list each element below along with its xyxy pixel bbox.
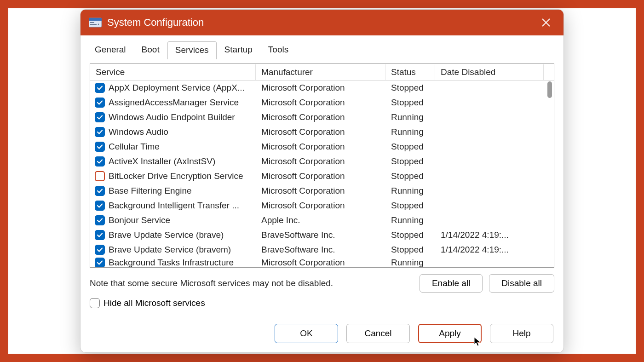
service-name: Windows Audio Endpoint Builder [109, 112, 235, 122]
dialog-footer: OK Cancel Apply Help [80, 316, 564, 352]
disable-all-button[interactable]: Disable all [489, 274, 554, 293]
service-checkbox[interactable] [95, 258, 105, 267]
col-manufacturer[interactable]: Manufacturer [256, 64, 385, 80]
service-status: Running [385, 112, 435, 122]
table-row[interactable]: Cellular TimeMicrosoft CorporationStoppe… [90, 139, 554, 154]
hide-microsoft-checkbox[interactable] [90, 298, 100, 308]
service-date-disabled: 1/14/2022 4:19:... [435, 230, 544, 240]
service-checkbox[interactable] [95, 171, 105, 181]
table-row[interactable]: Windows AudioMicrosoft CorporationRunnin… [90, 125, 554, 139]
table-row[interactable]: Bonjour ServiceApple Inc.Running [90, 213, 554, 228]
tab-startup[interactable]: Startup [217, 41, 260, 59]
service-status: Stopped [385, 201, 435, 211]
service-status: Running [385, 127, 435, 137]
svg-point-4 [98, 24, 99, 25]
service-status: Stopped [385, 98, 435, 108]
service-name: AppX Deployment Service (AppX... [109, 83, 245, 93]
service-checkbox[interactable] [95, 127, 105, 137]
close-icon [541, 18, 551, 27]
window-title: System Configuration [107, 17, 537, 29]
service-checkbox[interactable] [95, 215, 105, 225]
service-checkbox[interactable] [95, 201, 105, 211]
service-manufacturer: Microsoft Corporation [256, 156, 385, 167]
service-name: ActiveX Installer (AxInstSV) [109, 156, 215, 167]
service-status: Running [385, 215, 435, 225]
service-manufacturer: BraveSoftware Inc. [256, 230, 385, 240]
apply-button[interactable]: Apply [418, 324, 482, 343]
service-name: Background Intelligent Transfer ... [109, 201, 239, 211]
service-manufacturer: Microsoft Corporation [256, 98, 385, 108]
service-name: Base Filtering Engine [109, 186, 192, 196]
service-manufacturer: Microsoft Corporation [256, 142, 385, 152]
ok-button[interactable]: OK [275, 324, 338, 343]
service-status: Stopped [385, 142, 435, 152]
service-checkbox[interactable] [95, 83, 105, 93]
table-row[interactable]: Windows Audio Endpoint BuilderMicrosoft … [90, 110, 554, 125]
service-name: Cellular Time [109, 142, 160, 152]
service-manufacturer: Microsoft Corporation [256, 201, 385, 211]
table-row[interactable]: Brave Update Service (bravem)BraveSoftwa… [90, 242, 554, 257]
service-checkbox[interactable] [95, 142, 105, 152]
scrollbar[interactable] [546, 81, 553, 265]
note-text: Note that some secure Microsoft services… [90, 278, 333, 288]
service-checkbox[interactable] [95, 112, 105, 122]
help-button[interactable]: Help [490, 324, 553, 343]
service-status: Running [385, 186, 435, 196]
service-checkbox[interactable] [95, 186, 105, 196]
service-date-disabled: 1/14/2022 4:19:... [435, 245, 544, 255]
titlebar: System Configuration [80, 10, 564, 35]
msconfig-icon [89, 17, 102, 28]
service-status: Stopped [385, 230, 435, 240]
close-button[interactable] [537, 13, 555, 32]
service-status: Stopped [385, 156, 435, 167]
service-manufacturer: Microsoft Corporation [256, 171, 385, 181]
col-date-disabled[interactable]: Date Disabled [435, 64, 544, 80]
service-checkbox[interactable] [95, 98, 105, 108]
service-manufacturer: Microsoft Corporation [256, 83, 385, 93]
service-manufacturer: Microsoft Corporation [256, 258, 385, 267]
col-status[interactable]: Status [385, 64, 435, 80]
table-row[interactable]: Background Intelligent Transfer ...Micro… [90, 198, 554, 213]
table-row[interactable]: Brave Update Service (brave)BraveSoftwar… [90, 228, 554, 242]
table-row[interactable]: AssignedAccessManager ServiceMicrosoft C… [90, 95, 554, 110]
hide-microsoft-label: Hide all Microsoft services [104, 298, 205, 308]
service-status: Stopped [385, 171, 435, 181]
service-manufacturer: BraveSoftware Inc. [256, 245, 385, 255]
col-service[interactable]: Service [90, 64, 256, 80]
tab-bar: GeneralBootServicesStartupTools [80, 35, 564, 59]
service-checkbox[interactable] [95, 230, 105, 240]
service-name: Windows Audio [109, 127, 168, 137]
tab-general[interactable]: General [87, 41, 134, 59]
cancel-button[interactable]: Cancel [346, 324, 410, 343]
svg-rect-1 [89, 18, 102, 21]
service-status: Stopped [385, 245, 435, 255]
service-name: Bonjour Service [109, 215, 170, 225]
svg-rect-2 [90, 22, 94, 23]
service-manufacturer: Microsoft Corporation [256, 112, 385, 122]
system-configuration-window: System Configuration GeneralBootServices… [80, 9, 564, 353]
service-checkbox[interactable] [95, 156, 105, 167]
table-row[interactable]: Background Tasks InfrastructureMicrosoft… [90, 257, 554, 267]
table-row[interactable]: AppX Deployment Service (AppX...Microsof… [90, 80, 554, 95]
service-name: Brave Update Service (brave) [109, 230, 224, 240]
enable-all-button[interactable]: Enable all [420, 274, 483, 293]
services-list: Service Manufacturer Status Date Disable… [90, 63, 554, 268]
tab-boot[interactable]: Boot [134, 41, 167, 59]
tab-services[interactable]: Services [167, 41, 217, 59]
service-name: BitLocker Drive Encryption Service [109, 171, 243, 181]
service-manufacturer: Microsoft Corporation [256, 186, 385, 196]
service-status: Running [385, 258, 435, 267]
table-row[interactable]: BitLocker Drive Encryption ServiceMicros… [90, 169, 554, 184]
service-name: Background Tasks Infrastructure [109, 258, 234, 267]
list-header: Service Manufacturer Status Date Disable… [90, 64, 554, 80]
scrollbar-thumb[interactable] [547, 81, 552, 98]
service-manufacturer: Microsoft Corporation [256, 127, 385, 137]
service-checkbox[interactable] [95, 245, 105, 255]
table-row[interactable]: ActiveX Installer (AxInstSV)Microsoft Co… [90, 154, 554, 169]
service-name: AssignedAccessManager Service [109, 98, 239, 108]
table-row[interactable]: Base Filtering EngineMicrosoft Corporati… [90, 184, 554, 198]
svg-rect-3 [90, 24, 97, 25]
service-name: Brave Update Service (bravem) [109, 245, 231, 255]
service-status: Stopped [385, 83, 435, 93]
tab-tools[interactable]: Tools [260, 41, 296, 59]
